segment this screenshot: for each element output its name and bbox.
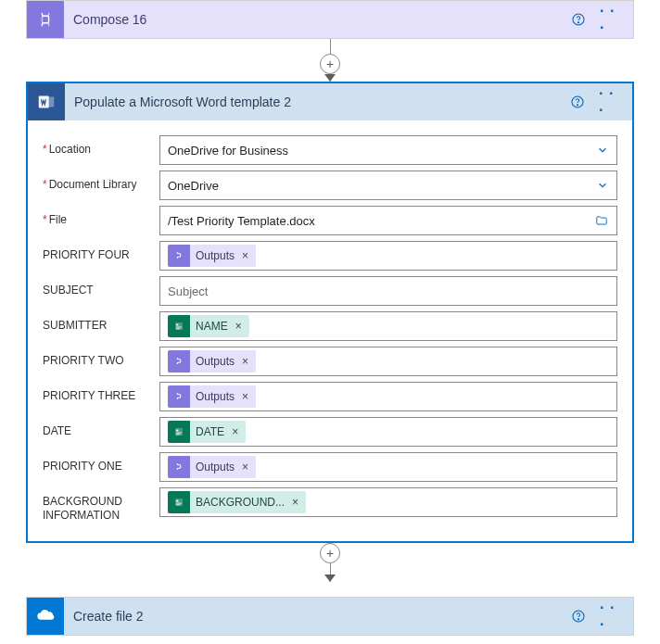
word-icon [28,83,65,120]
folder-icon[interactable] [594,214,609,227]
label-location: Location [43,135,152,157]
label-date: DATE [43,417,152,438]
priority-two-input[interactable]: Outputs × [159,347,617,376]
svg-rect-17 [176,504,180,505]
compose-token-icon [168,245,190,267]
svg-rect-11 [176,430,178,432]
token-label: NAME [196,320,228,333]
token-remove[interactable]: × [240,355,250,368]
library-select[interactable]: OneDrive [159,170,617,200]
token-label: BACKGROUND... [196,496,285,509]
token-remove[interactable]: × [230,425,240,438]
token-remove[interactable]: × [240,390,250,403]
arrow-icon [324,74,336,82]
priority-one-input[interactable]: Outputs × [159,452,617,482]
forms-token-icon [168,315,190,337]
subject-placeholder: Subject [168,284,609,298]
priority-four-input[interactable]: Outputs × [159,241,617,271]
label-priority-four: PRIORITY FOUR [43,241,152,262]
svg-rect-3 [49,97,55,107]
svg-rect-15 [176,500,178,502]
svg-point-5 [577,105,578,106]
help-button[interactable] [566,7,590,32]
more-button[interactable]: · · · [599,90,623,114]
label-library: Document Library [43,170,152,192]
token-label: Outputs [196,249,235,262]
label-priority-three: PRIORITY THREE [43,382,152,403]
chevron-down-icon [596,144,609,157]
background-input[interactable]: BACKGROUND... × [159,487,617,517]
more-button[interactable]: · · · [600,604,624,628]
svg-rect-13 [176,434,180,435]
add-step-button[interactable]: + [320,543,340,563]
priority-three-input[interactable]: Outputs × [159,382,617,411]
label-priority-one: PRIORITY ONE [43,452,152,474]
action-header[interactable]: Populate a Microsoft Word template 2 · ·… [28,83,632,120]
token-outputs[interactable]: Outputs × [168,245,256,267]
file-input[interactable]: /Test Priority Template.docx [159,206,617,235]
action-header[interactable]: Create file 2 · · · [27,598,633,635]
token-outputs[interactable]: Outputs × [168,385,256,408]
svg-rect-12 [176,433,182,434]
svg-rect-16 [176,503,182,504]
token-remove[interactable]: × [290,496,300,509]
help-button[interactable] [565,90,590,114]
action-word-template[interactable]: Populate a Microsoft Word template 2 · ·… [26,82,634,543]
library-value: OneDrive [168,179,592,193]
token-background[interactable]: BACKGROUND... × [168,491,306,513]
label-file: File [43,206,152,227]
arrow-icon [324,575,336,582]
token-date[interactable]: DATE × [168,421,246,443]
forms-token-icon [168,421,190,443]
svg-rect-9 [176,328,180,329]
svg-rect-8 [176,327,182,328]
compose-token-icon [168,350,190,373]
onedrive-icon [27,598,64,635]
token-label: Outputs [196,355,235,368]
token-remove[interactable]: × [240,249,250,262]
submitter-input[interactable]: NAME × [159,311,617,341]
label-submitter: SUBMITTER [43,311,152,333]
token-remove[interactable]: × [234,320,244,333]
location-select[interactable]: OneDrive for Business [159,135,617,165]
svg-point-19 [578,619,578,620]
token-outputs[interactable]: Outputs × [168,456,256,478]
token-outputs[interactable]: Outputs × [168,350,256,373]
chevron-down-icon [596,179,609,192]
action-title: Populate a Microsoft Word template 2 [74,95,556,109]
action-compose[interactable]: Compose 16 · · · [26,0,634,39]
token-label: Outputs [196,390,235,403]
action-title: Compose 16 [73,12,557,27]
location-value: OneDrive for Business [168,144,592,158]
compose-token-icon [168,385,190,408]
more-button[interactable]: · · · [600,7,624,32]
svg-point-1 [578,22,578,23]
label-priority-two: PRIORITY TWO [43,347,152,368]
token-label: DATE [196,425,224,438]
token-label: Outputs [196,461,235,474]
label-subject: SUBJECT [43,276,152,297]
add-step-button[interactable]: + [320,54,340,74]
compose-token-icon [168,456,190,478]
label-background: BACKGROUND INFORMATION [43,487,152,523]
token-name[interactable]: NAME × [168,315,249,337]
connector: + [26,543,634,582]
file-value: /Test Priority Template.docx [168,214,590,228]
help-button[interactable] [566,604,590,628]
subject-input[interactable]: Subject [159,276,617,306]
action-header[interactable]: Compose 16 · · · [27,1,633,38]
svg-rect-7 [176,324,178,326]
compose-icon [27,1,64,38]
forms-token-icon [168,491,190,513]
action-body: Location OneDrive for Business Document … [28,120,632,541]
action-create-file[interactable]: Create file 2 · · · [26,597,634,636]
date-input[interactable]: DATE × [159,417,617,447]
token-remove[interactable]: × [240,461,250,474]
action-title: Create file 2 [73,609,557,624]
connector: + [26,39,634,82]
